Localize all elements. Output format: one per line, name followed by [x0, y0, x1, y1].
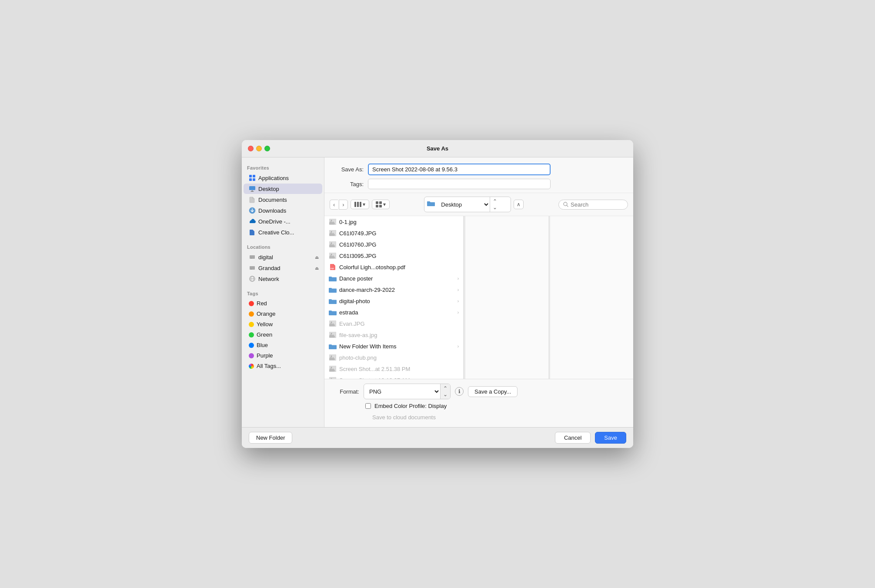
sidebar-item-creative-cloud[interactable]: Creative Clo... [244, 227, 322, 237]
sidebar-tag-yellow[interactable]: Yellow [244, 319, 322, 329]
folder-icon [329, 286, 337, 294]
file-name: C61I0749.JPG [339, 230, 459, 237]
embed-color-checkbox[interactable] [365, 403, 371, 409]
list-item[interactable]: digital-photo › [324, 295, 463, 307]
list-item[interactable]: file-save-as.jpg [324, 329, 463, 341]
title-bar: Save As [242, 140, 633, 157]
svg-rect-0 [249, 175, 252, 177]
info-button[interactable]: ℹ [455, 387, 464, 396]
save-to-cloud-button[interactable]: Save to cloud documents [365, 412, 443, 423]
svg-rect-10 [250, 266, 255, 270]
svg-rect-3 [253, 178, 255, 181]
sidebar-item-digital[interactable]: digital ⏏ [244, 252, 322, 262]
forward-button[interactable]: › [339, 200, 347, 210]
file-name: Evan.JPG [339, 321, 459, 327]
columns-icon [354, 202, 361, 207]
minimize-button[interactable] [256, 146, 262, 151]
tag-label: Yellow [257, 321, 273, 327]
image-icon [329, 320, 337, 327]
list-item[interactable]: estrada › [324, 307, 463, 318]
embed-color-row: Embed Color Profile: Display [333, 403, 625, 409]
svg-rect-8 [250, 255, 255, 259]
tags-input[interactable] [368, 179, 551, 189]
new-folder-button[interactable]: New Folder [249, 432, 292, 444]
sidebar: Favorites Applications Desktop Documents [242, 157, 324, 427]
sidebar-item-desktop[interactable]: Desktop [244, 184, 322, 194]
list-item[interactable]: C61I0749.JPG [324, 227, 463, 239]
view-dropdown-arrow: ▾ [363, 201, 365, 207]
sidebar-tag-green[interactable]: Green [244, 330, 322, 340]
list-item[interactable]: C61I0760.JPG [324, 239, 463, 250]
sidebar-item-grandad[interactable]: Grandad ⏏ [244, 263, 322, 273]
pdf-icon: PDF [329, 263, 337, 271]
chevron-right-icon: › [458, 287, 459, 292]
list-item[interactable]: Screen Shot...t 10.12.07 AM [324, 374, 463, 379]
svg-rect-19 [379, 201, 382, 204]
tag-dot-blue [249, 343, 254, 348]
list-item[interactable]: New Folder With Items › [324, 341, 463, 352]
traffic-lights [248, 146, 270, 151]
eject-icon[interactable]: ⏏ [315, 266, 319, 271]
expand-button[interactable]: ∧ [514, 200, 524, 209]
tag-dot-orange [249, 311, 254, 317]
file-list: 0-1.jpg C61I0749.JPG C61I0760.JPG [324, 216, 464, 379]
sidebar-item-label: Downloads [258, 207, 286, 214]
save-as-label: Save As: [333, 166, 364, 173]
window-title: Save As [427, 145, 448, 152]
sidebar-tag-purple[interactable]: Purple [244, 351, 322, 361]
bottom-bar: Format: PNG JPEG TIFF GIF BMP PDF ⌃⌄ ℹ [324, 379, 633, 427]
sidebar-item-documents[interactable]: Documents [244, 194, 322, 205]
sidebar-tag-orange[interactable]: Orange [244, 309, 322, 319]
file-name: Screen Shot...at 2.51.38 PM [339, 366, 459, 372]
cancel-button[interactable]: Cancel [555, 432, 591, 444]
chevron-right-icon: › [458, 276, 459, 281]
close-button[interactable] [248, 146, 254, 151]
file-name: C61I0760.JPG [339, 241, 459, 248]
list-item[interactable]: PDF Colorful Ligh...otoshop.pdf [324, 261, 463, 273]
sidebar-item-label: OneDrive -... [258, 218, 291, 225]
list-item[interactable]: Screen Shot...at 2.51.38 PM [324, 363, 463, 374]
folder-icon [329, 308, 337, 316]
tags-row: Tags: [333, 179, 625, 189]
sidebar-item-applications[interactable]: Applications [244, 173, 322, 183]
eject-icon[interactable]: ⏏ [315, 255, 319, 260]
list-item[interactable]: Dance poster › [324, 273, 463, 284]
sidebar-item-network[interactable]: Network [244, 274, 322, 284]
format-select[interactable]: PNG JPEG TIFF GIF BMP PDF [364, 386, 440, 397]
location-select[interactable]: Desktop [438, 199, 490, 210]
location-select-wrapper: Desktop ⌃⌄ [424, 197, 511, 212]
list-item[interactable]: 0-1.jpg [324, 216, 463, 227]
save-button[interactable]: Save [595, 432, 626, 444]
svg-rect-21 [379, 205, 382, 207]
format-row: Format: PNG JPEG TIFF GIF BMP PDF ⌃⌄ ℹ [333, 384, 625, 399]
chevron-right-icon: › [458, 299, 459, 304]
maximize-button[interactable] [264, 146, 270, 151]
sidebar-tag-red[interactable]: Red [244, 298, 322, 308]
list-item[interactable]: photo-club.png [324, 352, 463, 363]
list-item[interactable]: Evan.JPG [324, 318, 463, 329]
folder-icon [329, 297, 337, 305]
location-arrows[interactable]: ⌃⌄ [490, 197, 500, 212]
file-name: file-save-as.jpg [339, 332, 459, 338]
view-columns-button[interactable]: ▾ [351, 200, 369, 209]
list-item[interactable]: C61I3095.JPG [324, 250, 463, 261]
tag-label: Purple [257, 352, 273, 359]
sidebar-all-tags[interactable]: All Tags... [244, 361, 322, 371]
sidebar-tag-blue[interactable]: Blue [244, 340, 322, 350]
desktop-icon [249, 185, 256, 192]
sidebar-item-onedrive[interactable]: OneDrive -... [244, 216, 322, 227]
save-as-input[interactable] [368, 164, 551, 175]
file-name: dance-march-29-2022 [339, 287, 455, 293]
back-button[interactable]: ‹ [330, 200, 338, 210]
search-input[interactable] [571, 201, 623, 208]
folder-icon [329, 274, 337, 282]
sidebar-item-label: Documents [258, 197, 287, 203]
save-copy-button[interactable]: Save a Copy... [468, 386, 518, 397]
cloud-save-wrapper: Save to cloud documents [333, 412, 625, 423]
sidebar-item-downloads[interactable]: Downloads [244, 205, 322, 216]
main-content: Favorites Applications Desktop Documents [242, 157, 633, 427]
format-label: Format: [333, 388, 359, 395]
list-item[interactable]: dance-march-29-2022 › [324, 284, 463, 295]
view-grid-button[interactable]: ▾ [372, 200, 390, 209]
embed-color-label[interactable]: Embed Color Profile: Display [374, 403, 447, 409]
